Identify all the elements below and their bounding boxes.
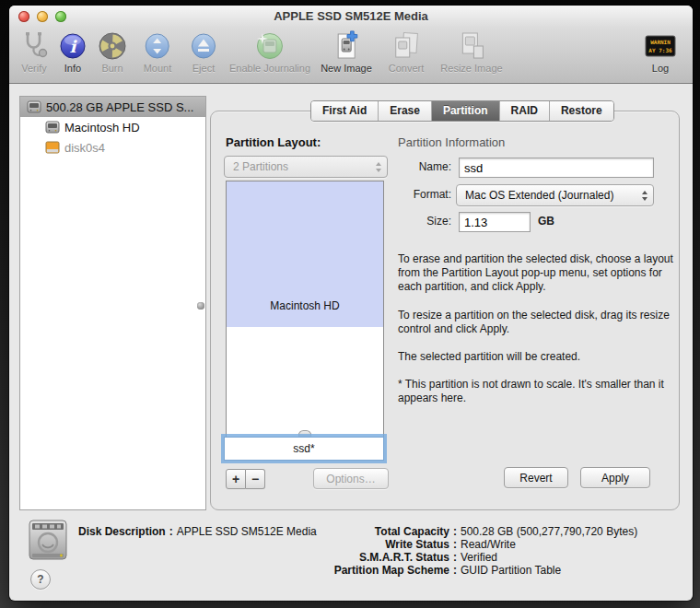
help-text-erase: To erase and partition the selected disk… <box>398 252 674 294</box>
convert-documents-icon <box>391 29 421 63</box>
journaling-disk-icon <box>255 29 285 63</box>
format-label: Format: <box>379 188 451 201</box>
popup-value: Mac OS Extended (Journaled) <box>457 189 642 202</box>
new-image-document-plus-icon <box>331 29 362 63</box>
eject-icon <box>190 29 217 63</box>
disk-utility-window: APPLE SSD SM512E Media Verify i <box>9 6 693 601</box>
info-label: Disk Description <box>78 525 166 538</box>
stethoscope-icon <box>20 29 48 63</box>
add-remove-partition-buttons: + − <box>226 469 265 489</box>
popup-stepper-icon <box>642 191 648 201</box>
toolbar-button-eject[interactable]: Eject <box>190 29 217 74</box>
hard-disk-icon <box>27 100 41 113</box>
splitter-handle[interactable] <box>197 302 204 310</box>
partition-map-scheme-row: Partition Map Scheme : GUID Partition Ta… <box>286 564 682 577</box>
toolbar-button-burn[interactable]: Burn <box>98 29 127 74</box>
toolbar-button-enable-journaling[interactable]: Enable Journaling <box>229 29 310 74</box>
burn-radioactive-icon <box>98 29 127 63</box>
toolbar-button-resize-image[interactable]: Resize Image <box>440 29 502 74</box>
toolbar: Verify i Info Burn <box>9 28 693 84</box>
partition-information-heading: Partition Information <box>398 135 505 149</box>
format-popup[interactable]: Mac OS Extended (Journaled) <box>456 184 654 206</box>
partition-ssd-block-selected[interactable]: ssd* <box>224 437 384 461</box>
partition-macintosh-hd-block[interactable]: Macintosh HD <box>227 181 383 327</box>
info-icon: i <box>59 29 87 63</box>
remove-partition-button[interactable]: − <box>246 469 265 489</box>
add-partition-button[interactable]: + <box>226 469 246 489</box>
size-unit-label: GB <box>538 215 554 228</box>
help-text-scale-note: * This partition is not drawn to scale. … <box>398 378 674 405</box>
log-console-icon: WARNIN AY 7:36 <box>645 29 676 63</box>
orange-partition-icon <box>45 141 60 154</box>
toolbar-button-info[interactable]: i Info <box>59 29 87 74</box>
internal-drive-icon <box>28 518 68 566</box>
toolbar-button-mount[interactable]: Mount <box>144 29 172 74</box>
smart-status-row: S.M.A.R.T. Status : Verified <box>286 551 682 564</box>
toolbar-button-new-image[interactable]: New Image <box>321 29 372 74</box>
options-button[interactable]: Options… <box>313 468 389 489</box>
total-capacity-row: Total Capacity : 500.28 GB (500,277,790,… <box>286 525 682 538</box>
popup-value: 2 Partitions <box>225 160 376 173</box>
device-sidebar: 500.28 GB APPLE SSD S... Macintosh HD di… <box>19 96 206 510</box>
apply-button[interactable]: Apply <box>580 467 650 488</box>
size-field[interactable] <box>459 212 531 232</box>
svg-text:WARNIN: WARNIN <box>650 39 671 45</box>
tab-partition[interactable]: Partition <box>432 101 500 121</box>
disk-description-row: Disk Description:APPLE SSD SM512E Media <box>78 525 317 538</box>
revert-button[interactable]: Revert <box>504 467 568 488</box>
svg-text:AY 7:36: AY 7:36 <box>648 47 672 53</box>
help-text-created: The selected partition will be created. <box>398 350 674 364</box>
sidebar-item-label: Macintosh HD <box>64 121 140 134</box>
help-text-resize: To resize a partition on the selected di… <box>398 309 674 336</box>
tab-restore[interactable]: Restore <box>550 101 613 121</box>
sidebar-item-macintosh-hd[interactable]: Macintosh HD <box>20 117 205 137</box>
partition-block-label: ssd* <box>293 442 314 455</box>
volume-icon <box>45 121 60 134</box>
pane-tabs: First Aid Erase Partition RAID Restore <box>310 100 614 122</box>
sidebar-item-label: 500.28 GB APPLE SSD S... <box>46 100 193 114</box>
name-label: Name: <box>379 160 451 173</box>
window-title: APPLE SSD SM512E Media <box>9 9 693 23</box>
toolbar-button-convert[interactable]: Convert <box>389 29 425 74</box>
tab-first-aid[interactable]: First Aid <box>311 101 379 121</box>
write-status-row: Write Status : Read/Write <box>286 538 682 551</box>
resize-image-documents-icon <box>457 29 486 63</box>
toolbar-button-verify[interactable]: Verify <box>20 29 48 74</box>
sidebar-item-disk0s4[interactable]: disk0s4 <box>20 137 205 158</box>
partition-layout-popup[interactable]: 2 Partitions <box>224 156 388 178</box>
name-field[interactable] <box>459 158 654 178</box>
help-button[interactable]: ? <box>30 569 51 590</box>
tab-erase[interactable]: Erase <box>379 101 432 121</box>
partition-map: Macintosh HD <box>226 181 384 438</box>
titlebar[interactable]: APPLE SSD SM512E Media <box>9 6 693 28</box>
sidebar-item-disk[interactable]: 500.28 GB APPLE SSD S... <box>20 97 205 117</box>
toolbar-button-log[interactable]: WARNIN AY 7:36 Log <box>645 29 676 74</box>
partition-resize-handle[interactable] <box>298 430 312 437</box>
mount-arrows-icon <box>144 29 171 63</box>
partition-block-label: Macintosh HD <box>227 299 383 312</box>
tab-raid[interactable]: RAID <box>500 101 550 121</box>
sidebar-item-label: disk0s4 <box>64 141 105 155</box>
size-label: Size: <box>379 215 451 228</box>
partition-layout-heading: Partition Layout: <box>226 135 321 149</box>
